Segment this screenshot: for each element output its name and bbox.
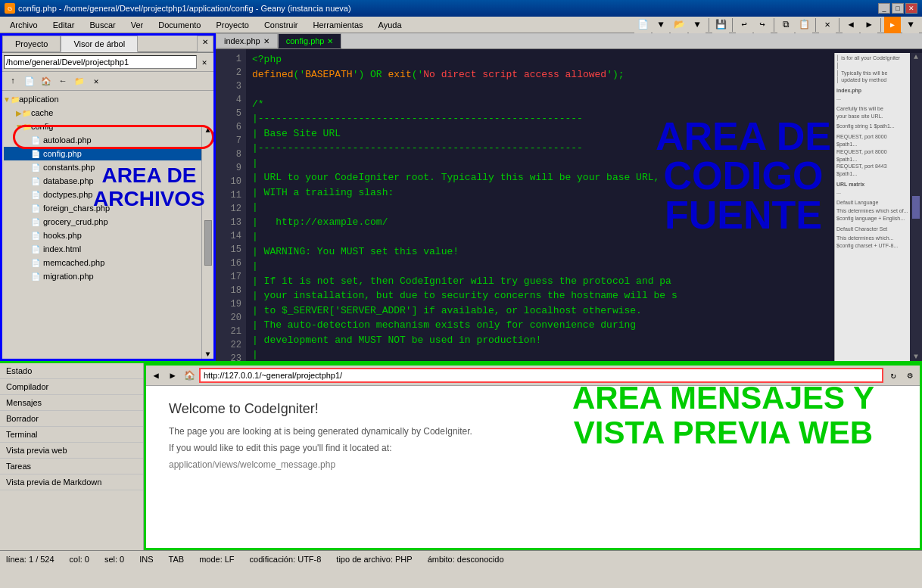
tree-item-index-html[interactable]: 📄 index.html	[4, 242, 212, 256]
browser-back-button[interactable]: ◀	[149, 369, 163, 382]
tab-visor[interactable]: Visor de árbol	[61, 36, 138, 52]
menu-ver[interactable]: Ver	[124, 18, 151, 32]
nav-x-button[interactable]: ✕	[89, 73, 104, 89]
code-scroll-down[interactable]: ▼	[914, 353, 918, 361]
save-button[interactable]: 💾	[712, 17, 729, 33]
menu-editar[interactable]: Editar	[46, 18, 82, 32]
tab-index-php[interactable]: index.php ✕	[216, 33, 278, 48]
scroll-up[interactable]: ▲	[205, 126, 210, 135]
browser-settings-button[interactable]: ⚙	[903, 369, 917, 382]
code-line-5: |---------------------------------------…	[252, 111, 916, 126]
redo-button[interactable]: ↪	[754, 17, 771, 33]
menu-documento[interactable]: Documento	[151, 18, 207, 32]
left-panel: AREA DEARCHIVOS Proyecto Visor de árbol …	[0, 33, 216, 361]
code-scroll-up[interactable]: ▲	[914, 53, 918, 61]
tab-terminal[interactable]: Terminal	[0, 427, 143, 443]
menu-archivo[interactable]: Archivo	[3, 18, 45, 32]
extra-button[interactable]: ▼	[902, 17, 919, 33]
tree-item-application[interactable]: ▼📁 application	[4, 92, 212, 106]
scrollbar-thumb[interactable]	[204, 220, 212, 266]
tab-compilador[interactable]: Compilador	[0, 379, 143, 395]
path-clear-button[interactable]: ✕	[197, 54, 212, 70]
tree-item-autoload[interactable]: 📄 autoload.php	[4, 133, 212, 147]
close-index-tab[interactable]: ✕	[263, 37, 269, 45]
window-controls[interactable]: _ □ ✕	[878, 3, 917, 14]
tab-tareas[interactable]: Tareas	[0, 459, 143, 474]
file-icon6: 📄	[30, 216, 42, 228]
forward-button[interactable]: ▶	[861, 17, 877, 33]
code-line-10: | WITH a trailing slash:	[252, 185, 916, 201]
web-text3: application/views/welcome_message.php	[169, 459, 897, 470]
code-scrollbar[interactable]: ▲ ▼	[910, 53, 922, 361]
menu-construir[interactable]: Construir	[257, 18, 305, 32]
paste-button[interactable]: 📋	[796, 17, 812, 33]
tab-config-php[interactable]: config.php ✕	[278, 33, 342, 48]
tree-item-hooks[interactable]: 📄 hooks.php	[4, 229, 212, 242]
panel-toolbar: ✕	[2, 53, 213, 72]
toolbar-sep6	[880, 18, 881, 32]
nav-home-button[interactable]: 🏠	[39, 73, 54, 89]
tree-item-grocery[interactable]: 📄 grocery_crud.php	[4, 215, 212, 229]
tree-item-memcached[interactable]: 📄 memcached.php	[4, 256, 212, 269]
tree-item-config-php[interactable]: 📄 config.php	[4, 147, 212, 160]
code-content[interactable]: 12345 678910 1112131415 1617181920 21222…	[216, 49, 922, 361]
dropdown-button[interactable]: ▼	[653, 17, 669, 33]
tab-close[interactable]: ✕	[197, 36, 213, 52]
tab-borrador[interactable]: Borrador	[0, 411, 143, 427]
undo-button[interactable]: ↩	[736, 17, 752, 33]
tree-item-cache[interactable]: ▶📁 cache	[4, 106, 212, 120]
menu-ayuda[interactable]: Ayuda	[372, 18, 409, 32]
new-file-button[interactable]: 📄	[634, 17, 651, 33]
open-file-button[interactable]: 📂	[671, 17, 687, 33]
minimize-button[interactable]: _	[878, 3, 890, 14]
nav-folder-button[interactable]: 📁	[72, 73, 87, 89]
folder-open-icon: ▼📁	[17, 120, 30, 132]
file-icon5: 📄	[30, 202, 42, 214]
menu-proyecto[interactable]: Proyecto	[209, 18, 255, 32]
copy-button[interactable]: ⧉	[777, 17, 794, 33]
close-config-tab[interactable]: ✕	[327, 37, 333, 45]
tab-proyecto[interactable]: Proyecto	[2, 36, 61, 52]
tree-item-migration[interactable]: 📄 migration.php	[4, 269, 212, 283]
tab-estado[interactable]: Estado	[0, 363, 143, 379]
code-scroll-thumb[interactable]	[912, 196, 920, 219]
browser-toolbar: ◀ ▶ 🏠 ↻ ⚙	[146, 366, 920, 386]
folder-closed-icon: ▶📁	[17, 107, 30, 119]
panel-tabs: Proyecto Visor de árbol ✕	[2, 36, 213, 53]
status-ins: INS	[139, 555, 153, 564]
maximize-button[interactable]: □	[892, 3, 904, 14]
browser-refresh-button[interactable]: ↻	[886, 369, 900, 382]
back-button[interactable]: ◀	[843, 17, 859, 33]
menu-herramientas[interactable]: Herramientas	[307, 18, 370, 32]
scroll-down[interactable]: ▼	[205, 350, 210, 359]
tab-mensajes[interactable]: Mensajes	[0, 395, 143, 411]
code-editor[interactable]: <?php defined('BASEPATH') OR exit('No di…	[246, 49, 922, 361]
file-icon8: 📄	[30, 243, 42, 255]
browser-home-button[interactable]: 🏠	[182, 369, 196, 382]
web-text2: If you would like to edit this page you'…	[169, 443, 897, 453]
dropdown2-button[interactable]: ▼	[689, 17, 706, 33]
close-doc-button[interactable]: ✕	[819, 17, 836, 33]
menu-buscar[interactable]: Buscar	[83, 18, 122, 32]
web-title: Welcome to CodeIgniter!	[169, 401, 897, 417]
build-button[interactable]: ▶	[884, 17, 901, 33]
path-input[interactable]	[4, 55, 197, 69]
tab-vista-previa-web[interactable]: Vista previa web	[0, 443, 143, 459]
code-line-11: |	[252, 200, 916, 215]
menu-bar: Archivo Editar Buscar Ver Documento Proy…	[0, 17, 922, 33]
url-bar[interactable]	[199, 368, 883, 383]
nav-back-button[interactable]: ←	[55, 73, 70, 89]
nav-up-button[interactable]: ↑	[5, 73, 20, 89]
close-button[interactable]: ✕	[905, 3, 917, 14]
tree-item-config[interactable]: ▼📁 config	[4, 120, 212, 133]
tab-markdown[interactable]: Vista previa de Markdown	[0, 474, 143, 490]
web-text1: The page you are looking at is being gen…	[169, 426, 897, 437]
code-line-14: | WARNING: You MUST set this value!	[252, 244, 916, 260]
code-line-3	[252, 82, 916, 97]
file-icon9: 📄	[30, 257, 42, 269]
code-line-8: |	[252, 156, 916, 171]
file-icon3: 📄	[30, 175, 42, 187]
browser-forward-button[interactable]: ▶	[166, 369, 179, 382]
nav-file-button[interactable]: 📄	[22, 73, 37, 89]
toolbar-sep2	[732, 18, 733, 32]
